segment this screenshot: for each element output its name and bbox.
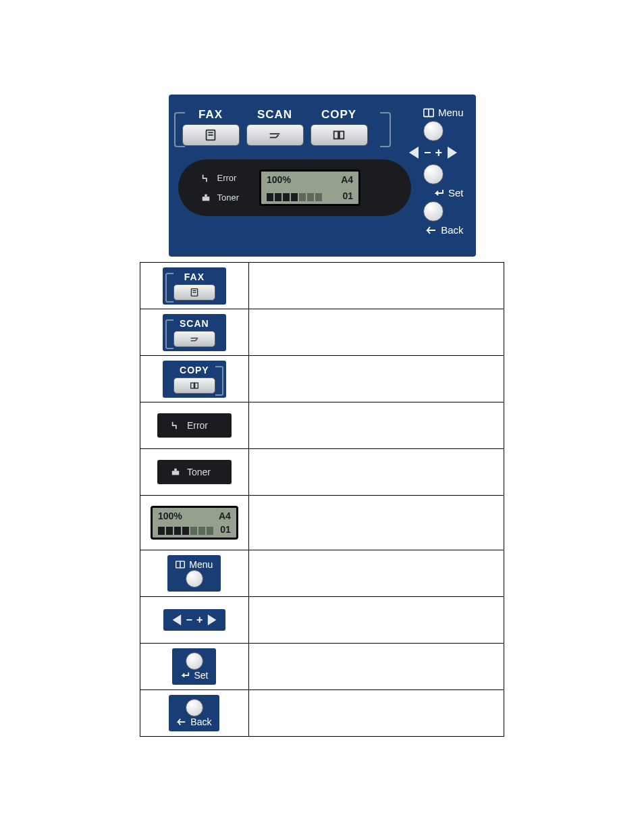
right-arrow-icon <box>207 613 219 627</box>
legend-lcd-paper: A4 <box>219 511 231 521</box>
mode-scan: SCAN <box>246 108 304 146</box>
left-arrow-button[interactable] <box>406 145 420 160</box>
legend-menu-desc <box>248 550 504 597</box>
left-arrow-icon <box>170 613 182 627</box>
legend-copy-desc <box>248 356 504 402</box>
legend-scan-desc <box>248 309 504 356</box>
scan-icon <box>267 128 282 142</box>
legend-lcd-bars <box>158 527 213 535</box>
back-icon <box>426 226 437 235</box>
minus-label: − <box>424 146 431 160</box>
set-label-row: Set <box>403 187 464 199</box>
legend-menu-label: Menu <box>189 559 213 570</box>
table-row: SCAN <box>140 309 504 356</box>
table-row: Error <box>140 402 504 449</box>
lcd-paper: A4 <box>341 174 353 185</box>
scan-icon <box>189 334 200 344</box>
legend-menu-button <box>186 570 203 588</box>
back-label: Back <box>441 224 463 236</box>
legend-back-button <box>186 699 203 716</box>
legend-set-button <box>186 652 203 670</box>
legend-set-chip: Set <box>172 648 216 685</box>
status-area: Error Toner 100% A4 <box>178 159 411 216</box>
mode-fax-label: FAX <box>182 108 240 122</box>
toner-indicator: Toner <box>201 192 240 203</box>
legend-set-desc <box>248 644 504 690</box>
svg-rect-12 <box>191 383 194 388</box>
table-row: − + <box>140 597 504 644</box>
table-row: Back <box>140 690 504 737</box>
legend-fax-desc <box>248 263 504 309</box>
right-arrow-button[interactable] <box>446 145 460 160</box>
plus-label: + <box>435 146 443 160</box>
menu-icon <box>423 108 434 118</box>
legend-toner-chip: Toner <box>157 460 232 484</box>
toner-icon <box>201 193 211 203</box>
lcd-copies: 01 <box>342 190 353 201</box>
legend-back-desc <box>248 690 504 737</box>
left-right-row: − + <box>403 145 464 160</box>
scan-button[interactable] <box>246 124 304 146</box>
enter-icon <box>433 188 444 198</box>
table-row: Toner <box>140 449 504 496</box>
legend-minus-label: − <box>186 614 192 626</box>
mode-copy: COPY <box>311 108 368 146</box>
lcd-display: 100% A4 01 <box>259 170 360 206</box>
legend-toner-desc <box>248 449 504 496</box>
control-panel: FAX SCAN COPY <box>169 95 476 257</box>
toner-icon <box>171 467 180 477</box>
enter-icon <box>180 671 190 680</box>
error-icon <box>201 174 211 183</box>
fax-icon <box>203 128 218 142</box>
back-button[interactable] <box>423 201 444 221</box>
bracket-right <box>380 112 391 147</box>
lcd-zoom: 100% <box>267 174 291 185</box>
table-row: COPY <box>140 356 504 402</box>
nav-cluster: Menu − + Set Back <box>403 107 464 236</box>
menu-icon <box>176 560 185 569</box>
mode-copy-label: COPY <box>311 108 368 122</box>
toner-label: Toner <box>217 192 240 203</box>
legend-lcd-zoom: 100% <box>158 511 182 521</box>
legend-menu-chip: Menu <box>167 555 221 592</box>
table-row: Set <box>140 644 504 690</box>
legend-lr-desc <box>248 597 504 644</box>
menu-button[interactable] <box>423 121 444 141</box>
legend-lcd-copies: 01 <box>220 524 231 535</box>
legend-lr-chip: − + <box>163 609 226 631</box>
svg-rect-13 <box>195 383 198 388</box>
legend-back-chip: Back <box>169 695 219 731</box>
legend-toner-label: Toner <box>187 467 211 477</box>
legend-table: FAX SCAN COPY <box>140 262 504 737</box>
copy-icon <box>189 380 200 391</box>
svg-rect-4 <box>340 132 344 139</box>
mode-scan-label: SCAN <box>246 108 304 122</box>
legend-plus-label: + <box>196 614 203 626</box>
menu-label-row: Menu <box>403 107 464 118</box>
table-row: Menu <box>140 550 504 597</box>
error-icon <box>171 421 180 430</box>
table-row: FAX <box>140 263 504 309</box>
copy-icon <box>331 128 346 142</box>
menu-label: Menu <box>438 107 464 118</box>
legend-error-label: Error <box>187 420 208 431</box>
legend-error-desc <box>248 402 504 449</box>
svg-rect-14 <box>172 471 180 475</box>
legend-fax-chip: FAX <box>163 267 226 305</box>
svg-rect-15 <box>174 469 177 471</box>
legend-lcd-chip: 100% A4 01 <box>151 506 238 540</box>
legend-set-label: Set <box>194 670 208 681</box>
set-button[interactable] <box>423 164 444 184</box>
fax-button[interactable] <box>182 124 240 146</box>
svg-rect-5 <box>202 197 209 201</box>
error-indicator: Error <box>201 173 240 183</box>
svg-rect-6 <box>205 194 207 197</box>
lcd-bars <box>267 193 322 201</box>
fax-icon <box>189 287 200 298</box>
legend-copy-chip: COPY <box>163 361 226 398</box>
legend-error-chip: Error <box>157 413 232 438</box>
copy-button[interactable] <box>311 124 368 146</box>
error-label: Error <box>217 173 237 183</box>
set-label: Set <box>448 187 464 199</box>
back-label-row: Back <box>403 224 464 236</box>
